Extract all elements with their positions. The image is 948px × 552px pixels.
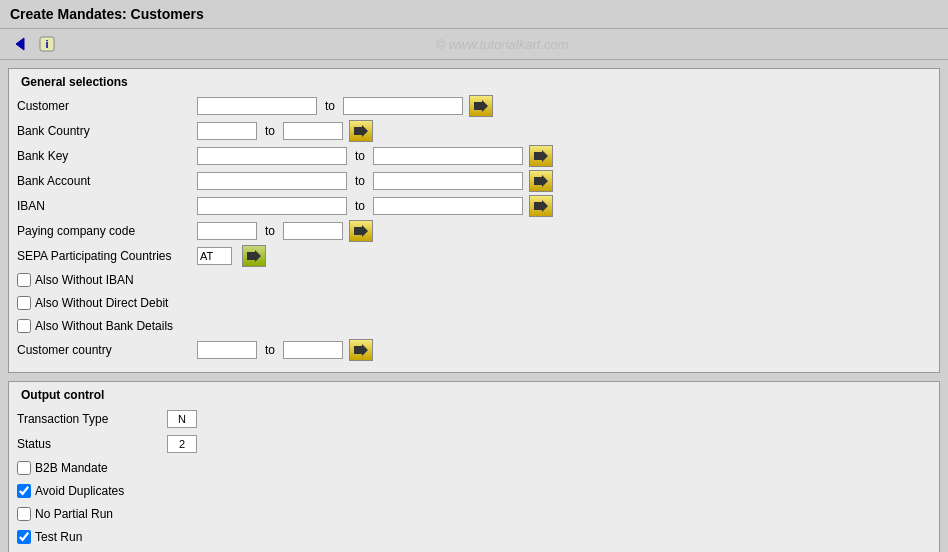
status-row: Status	[17, 433, 931, 455]
also-without-direct-debit-row: Also Without Direct Debit	[17, 293, 931, 313]
paying-company-code-to-label: to	[257, 224, 283, 238]
iban-from-input[interactable]	[197, 197, 347, 215]
iban-label: IBAN	[17, 199, 197, 213]
customer-country-from-input[interactable]	[197, 341, 257, 359]
iban-row: IBAN to	[17, 195, 931, 217]
test-run-checkbox[interactable]	[17, 530, 31, 544]
bank-key-label: Bank Key	[17, 149, 197, 163]
also-without-bank-details-checkbox[interactable]	[17, 319, 31, 333]
page-title: Create Mandates: Customers	[10, 6, 204, 22]
iban-to-label: to	[347, 199, 373, 213]
also-without-iban-checkbox[interactable]	[17, 273, 31, 287]
bank-account-arrow-button[interactable]	[529, 170, 553, 192]
customer-country-label: Customer country	[17, 343, 197, 357]
watermark: © www.tutorialkart.com	[64, 37, 940, 52]
customer-arrow-button[interactable]	[469, 95, 493, 117]
title-bar: Create Mandates: Customers	[0, 0, 948, 29]
iban-arrow-button[interactable]	[529, 195, 553, 217]
bank-account-from-input[interactable]	[197, 172, 347, 190]
iban-to-input[interactable]	[373, 197, 523, 215]
test-run-row: Test Run	[17, 527, 931, 547]
customer-country-to-input[interactable]	[283, 341, 343, 359]
sepa-row: SEPA Participating Countries	[17, 245, 931, 267]
output-control-title: Output control	[17, 386, 931, 404]
bank-country-label: Bank Country	[17, 124, 197, 138]
bank-key-to-input[interactable]	[373, 147, 523, 165]
svg-marker-10	[354, 344, 368, 356]
customer-to-label: to	[317, 99, 343, 113]
sepa-green-arrow-button[interactable]	[242, 245, 266, 267]
b2b-mandate-label: B2B Mandate	[35, 461, 108, 475]
bank-key-to-label: to	[347, 149, 373, 163]
customer-country-row: Customer country to	[17, 339, 931, 361]
paying-company-code-label: Paying company code	[17, 224, 197, 238]
svg-marker-4	[354, 125, 368, 137]
b2b-mandate-row: B2B Mandate	[17, 458, 931, 478]
also-without-iban-label: Also Without IBAN	[35, 273, 134, 287]
svg-marker-6	[534, 175, 548, 187]
test-run-label: Test Run	[35, 530, 82, 544]
bank-country-arrow-button[interactable]	[349, 120, 373, 142]
status-input[interactable]	[167, 435, 197, 453]
toolbar: i © www.tutorialkart.com	[0, 29, 948, 60]
customer-from-input[interactable]	[197, 97, 317, 115]
b2b-mandate-checkbox[interactable]	[17, 461, 31, 475]
bank-country-to-input[interactable]	[283, 122, 343, 140]
bank-account-to-input[interactable]	[373, 172, 523, 190]
transaction-type-row: Transaction Type	[17, 408, 931, 430]
svg-text:i: i	[45, 38, 48, 50]
status-label: Status	[17, 437, 167, 451]
main-window: Create Mandates: Customers i © www.tutor…	[0, 0, 948, 552]
customer-country-to-label: to	[257, 343, 283, 357]
also-without-iban-row: Also Without IBAN	[17, 270, 931, 290]
bank-key-from-input[interactable]	[197, 147, 347, 165]
svg-marker-9	[247, 250, 261, 262]
also-without-bank-details-row: Also Without Bank Details	[17, 316, 931, 336]
svg-marker-8	[354, 225, 368, 237]
back-icon[interactable]	[8, 33, 30, 55]
svg-marker-5	[534, 150, 548, 162]
paying-company-code-from-input[interactable]	[197, 222, 257, 240]
general-selections-group: General selections Customer to Bank Coun…	[8, 68, 940, 373]
also-without-bank-details-label: Also Without Bank Details	[35, 319, 173, 333]
paying-company-code-row: Paying company code to	[17, 220, 931, 242]
svg-marker-0	[16, 38, 24, 50]
paying-company-code-to-input[interactable]	[283, 222, 343, 240]
no-partial-run-label: No Partial Run	[35, 507, 113, 521]
bank-country-to-label: to	[257, 124, 283, 138]
customer-row: Customer to	[17, 95, 931, 117]
bank-key-arrow-button[interactable]	[529, 145, 553, 167]
info-icon[interactable]: i	[36, 33, 58, 55]
output-control-group: Output control Transaction Type Status B…	[8, 381, 940, 552]
avoid-duplicates-row: Avoid Duplicates	[17, 481, 931, 501]
sepa-label: SEPA Participating Countries	[17, 249, 197, 263]
avoid-duplicates-checkbox[interactable]	[17, 484, 31, 498]
customer-country-arrow-button[interactable]	[349, 339, 373, 361]
no-partial-run-checkbox[interactable]	[17, 507, 31, 521]
bank-account-label: Bank Account	[17, 174, 197, 188]
avoid-duplicates-label: Avoid Duplicates	[35, 484, 124, 498]
bank-country-row: Bank Country to	[17, 120, 931, 142]
no-partial-run-row: No Partial Run	[17, 504, 931, 524]
svg-marker-7	[534, 200, 548, 212]
customer-to-input[interactable]	[343, 97, 463, 115]
general-selections-title: General selections	[17, 73, 931, 91]
bank-key-row: Bank Key to	[17, 145, 931, 167]
svg-marker-3	[474, 100, 488, 112]
bank-account-row: Bank Account to	[17, 170, 931, 192]
bank-account-to-label: to	[347, 174, 373, 188]
sepa-input[interactable]	[197, 247, 232, 265]
transaction-type-input[interactable]	[167, 410, 197, 428]
paying-company-code-arrow-button[interactable]	[349, 220, 373, 242]
also-without-direct-debit-checkbox[interactable]	[17, 296, 31, 310]
bank-country-from-input[interactable]	[197, 122, 257, 140]
transaction-type-label: Transaction Type	[17, 412, 167, 426]
content-area: General selections Customer to Bank Coun…	[0, 60, 948, 552]
also-without-direct-debit-label: Also Without Direct Debit	[35, 296, 168, 310]
customer-label: Customer	[17, 99, 197, 113]
